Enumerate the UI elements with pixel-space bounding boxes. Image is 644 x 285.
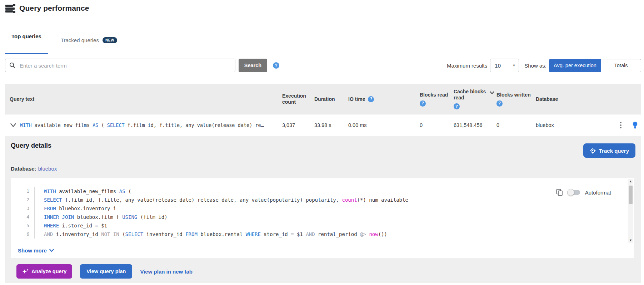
database-cell: bluebox xyxy=(536,114,614,136)
view-plan-new-tab-link[interactable]: View plan in new tab xyxy=(140,269,192,275)
search-box xyxy=(5,59,235,72)
line-number: 5 xyxy=(11,221,35,230)
col-query-text: Query text xyxy=(5,84,282,114)
query-text-cell: WITH available_new_films AS ( SELECT f.f… xyxy=(5,114,282,136)
toolbar: Search ? Maximum results 10 ▼ Show as: A… xyxy=(5,59,641,72)
io-time-cell: 0.00 ms xyxy=(348,114,420,136)
code-line: 3FROM bluebox.inventory i xyxy=(11,204,634,213)
col-io-time: IO time? xyxy=(348,84,420,114)
database-link[interactable]: bluebox xyxy=(38,166,57,172)
insights-lightbulb-icon[interactable] xyxy=(632,122,638,129)
toggle-knob xyxy=(567,189,574,196)
search-help-icon[interactable]: ? xyxy=(273,62,279,69)
search-button[interactable]: Search xyxy=(239,59,267,72)
line-number: 1 xyxy=(11,187,35,196)
scrollbar-track[interactable] xyxy=(628,184,633,238)
col-actions xyxy=(614,84,641,114)
blocks-written-cell: 0 xyxy=(496,114,536,136)
col-execution-count: Execution count xyxy=(282,84,314,114)
page-header: Query performance xyxy=(5,0,641,13)
query-details-panel: Query details Track query Database:blueb… xyxy=(5,136,641,283)
sort-descending-icon[interactable] xyxy=(490,90,494,96)
sql-code-card: 1WITH available_new_films AS (2SELECT f.… xyxy=(11,178,634,258)
row-menu-icon[interactable] xyxy=(619,121,623,130)
track-target-icon xyxy=(590,148,596,154)
autoformat-toggle[interactable] xyxy=(568,190,580,195)
col-cache-blocks-read: Cache blocks read ? xyxy=(454,84,496,114)
col-database: Database xyxy=(536,84,614,114)
col-duration: Duration xyxy=(314,84,348,114)
scroll-up-icon[interactable]: ▲ xyxy=(628,179,633,184)
cache-blocks-read-help-icon[interactable]: ? xyxy=(454,103,460,109)
max-results-label: Maximum results xyxy=(447,63,487,69)
code-lines: 1WITH available_new_films AS (2SELECT f.… xyxy=(11,178,634,239)
toggle-avg-per-execution[interactable]: Avg. per execution xyxy=(549,59,601,72)
show-as-label: Show as: xyxy=(524,63,546,69)
code-line: 2SELECT f.film_id, f.title, any_value(re… xyxy=(11,196,634,204)
code-line: 1WITH available_new_films AS ( xyxy=(11,187,634,196)
scroll-down-icon[interactable]: ▼ xyxy=(628,238,633,243)
search-input[interactable] xyxy=(19,62,235,69)
copy-icon[interactable] xyxy=(556,189,563,196)
blocks-written-help-icon[interactable]: ? xyxy=(496,100,503,107)
col-blocks-read: Blocks read ? xyxy=(420,84,454,114)
line-number: 4 xyxy=(11,213,35,221)
tab-tracked-queries[interactable]: Tracked queries NEW xyxy=(54,28,124,48)
active-tab-indicator xyxy=(5,53,48,54)
tab-top-queries[interactable]: Top queries xyxy=(5,28,48,48)
page-title: Query performance xyxy=(19,4,89,13)
line-number: 3 xyxy=(11,204,35,213)
line-number: 2 xyxy=(11,196,35,204)
autoformat-label: Autoformat xyxy=(585,190,611,196)
toggle-totals[interactable]: Totals xyxy=(601,59,641,72)
track-query-button[interactable]: Track query xyxy=(583,143,635,158)
code-scrollbar[interactable]: ▲ ▼ xyxy=(628,179,633,243)
io-time-help-icon[interactable]: ? xyxy=(368,96,374,102)
col-blocks-written: Blocks written ? xyxy=(496,84,536,114)
view-query-plan-button[interactable]: View query plan xyxy=(80,264,132,279)
query-row[interactable]: WITH available_new_films AS ( SELECT f.f… xyxy=(5,114,641,136)
code-line: 6AND i.inventory_id NOT IN (SELECT inven… xyxy=(11,230,634,239)
select-caret-icon: ▼ xyxy=(512,64,515,67)
execution-count-cell: 3,037 xyxy=(282,114,314,136)
query-details-heading: Query details xyxy=(11,142,51,149)
queries-table: Query text Execution count Duration IO t… xyxy=(5,84,641,136)
new-badge: NEW xyxy=(103,37,117,43)
table-header-row: Query text Execution count Duration IO t… xyxy=(5,84,641,114)
blocks-read-help-icon[interactable]: ? xyxy=(420,100,426,107)
show-as-toggle: Avg. per execution Totals xyxy=(549,59,641,72)
max-results-value: 10 xyxy=(495,63,501,69)
code-line: 4INNER JOIN bluebox.film f USING (film_i… xyxy=(11,213,634,221)
analyze-query-button[interactable]: Analyze query xyxy=(16,264,72,279)
query-performance-icon xyxy=(5,4,16,13)
expand-row-icon[interactable] xyxy=(10,123,16,128)
search-icon xyxy=(9,62,15,70)
query-performance-page: Query performance Top queries Tracked qu… xyxy=(5,0,641,283)
code-line: 5WHERE i.store_id = $1 xyxy=(11,221,634,230)
chevron-down-icon xyxy=(49,249,54,252)
cache-blocks-read-cell: 631,548.456 xyxy=(454,114,496,136)
row-actions-cell xyxy=(614,114,641,136)
duration-cell: 33.98 s xyxy=(314,114,348,136)
result-controls: Maximum results 10 ▼ Show as: Avg. per e… xyxy=(447,59,641,72)
details-actions: Analyze query View query plan View plan … xyxy=(16,264,193,279)
blocks-read-cell: 0 xyxy=(420,114,454,136)
sparkle-icon xyxy=(22,269,28,275)
database-label: Database: xyxy=(11,166,36,172)
database-line: Database:bluebox xyxy=(11,166,57,172)
max-results-select[interactable]: 10 ▼ xyxy=(490,59,519,72)
show-more-link[interactable]: Show more xyxy=(18,247,54,254)
scrollbar-thumb[interactable] xyxy=(629,186,633,204)
tab-bar: Top queries Tracked queries NEW xyxy=(5,28,641,48)
row-query-text: WITH available_new_films AS ( SELECT f.f… xyxy=(20,122,264,128)
line-number: 6 xyxy=(11,230,35,239)
code-controls: Autoformat xyxy=(556,189,611,196)
